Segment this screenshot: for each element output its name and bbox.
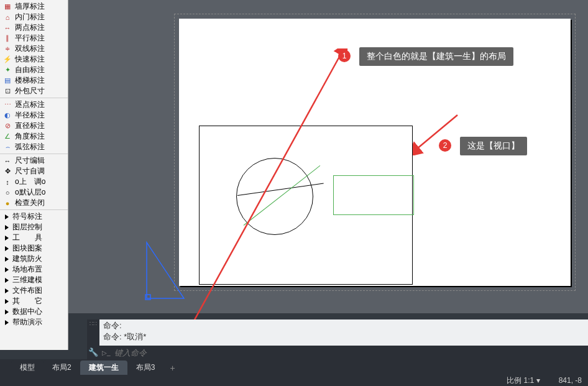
expand-icon	[5, 214, 9, 219]
sidebar-item-block-pattern[interactable]: 图块图案	[0, 243, 68, 254]
expand-icon	[5, 288, 9, 293]
sidebar-item-point-by-point[interactable]: ⋯逐点标注	[0, 99, 68, 110]
callout-2-text: 这是【视口】	[467, 140, 520, 152]
command-history-line: 命令:	[103, 320, 584, 331]
arc-icon: ⌢	[2, 142, 12, 152]
layout-tabs: 模型 布局2 建筑一生 布局3 +	[0, 359, 588, 375]
sidebar: ▦墙厚标注 ⌂内门标注 ↔两点标注 ∥平行标注 ⫩双线标注 ⚡快速标注 ✦自由标…	[0, 0, 68, 350]
sidebar-item-free[interactable]: ✦自由标注	[0, 65, 68, 75]
sidebar-item-outer[interactable]: ⊡外包尺寸	[0, 86, 68, 96]
tab-model[interactable]: 模型	[11, 361, 44, 375]
sidebar-item-double-line[interactable]: ⫩双线标注	[0, 44, 68, 54]
expand-icon	[5, 257, 9, 262]
sidebar-item-up-adjust[interactable]: ↕o上 调o	[0, 177, 68, 187]
expand-icon	[5, 310, 9, 315]
status-scale[interactable]: 比例 1:1 ▾	[507, 375, 540, 386]
sidebar-item-angle[interactable]: ∠角度标注	[0, 131, 68, 142]
check-icon: ●	[2, 198, 12, 208]
command-panel: ∷∷ 🔧 命令: 命令: *取消* ▷_	[87, 319, 588, 359]
sidebar-item-default-layer[interactable]: ○o默认层o	[0, 187, 68, 198]
sidebar-item-radius[interactable]: ◐半径标注	[0, 110, 68, 121]
sidebar-item-dim-auto[interactable]: ✥尺寸自调	[0, 166, 68, 177]
expand-icon	[5, 225, 9, 230]
sidebar-item-fire[interactable]: 建筑防火	[0, 254, 68, 264]
drawing-canvas[interactable]: 1 整个白色的就是【建筑一生】的布局 2 这是【视口】	[68, 0, 588, 313]
chevron-right-icon: ▷_	[102, 349, 111, 356]
free-icon: ✦	[2, 65, 12, 75]
sidebar-item-door[interactable]: ⌂内门标注	[0, 12, 68, 22]
expand-icon	[5, 320, 9, 325]
sidebar-item-quick[interactable]: ⚡快速标注	[0, 54, 68, 65]
points-icon: ⋯	[2, 100, 12, 110]
command-history-line: 命令: *取消*	[103, 331, 584, 342]
tab-layout2[interactable]: 布局2	[44, 361, 80, 375]
sidebar-item-wall-thickness[interactable]: ▦墙厚标注	[0, 1, 68, 12]
quick-icon: ⚡	[2, 55, 12, 65]
sidebar-group-4: 符号标注 图层控制 工 具 图块图案 建筑防火 场地布置 三维建模 文件布图 其…	[0, 209, 68, 329]
badge-1: 1	[338, 50, 351, 62]
outer-icon: ⊡	[2, 86, 12, 96]
sidebar-item-dim-edit[interactable]: ↔尺寸编辑	[0, 155, 68, 166]
badge-2: 2	[439, 139, 451, 152]
command-body: 命令: 命令: *取消* ▷_	[99, 319, 588, 359]
sidebar-item-site[interactable]: 场地布置	[0, 264, 68, 275]
sidebar-item-layer-ctrl[interactable]: 图层控制	[0, 222, 68, 232]
command-input-row[interactable]: ▷_	[99, 346, 588, 359]
annotation-callout-1: 1 整个白色的就是【建筑一生】的布局	[359, 47, 513, 66]
double-line-icon: ⫩	[2, 44, 12, 54]
callout-1-text: 整个白色的就是【建筑一生】的布局	[367, 51, 506, 62]
wrench-icon[interactable]: 🔧	[88, 347, 98, 357]
svg-rect-1	[145, 295, 150, 300]
sidebar-item-diameter[interactable]: ⊘直径标注	[0, 121, 68, 131]
ucs-icon	[140, 236, 190, 305]
drawn-rect-green	[333, 175, 414, 215]
expand-icon	[5, 299, 9, 304]
tab-layout3[interactable]: 布局3	[127, 361, 164, 375]
wall-icon: ▦	[2, 2, 12, 12]
command-input[interactable]	[114, 348, 586, 357]
sidebar-item-symbol[interactable]: 符号标注	[0, 211, 68, 222]
sidebar-item-tools[interactable]: 工 具	[0, 232, 68, 243]
sidebar-item-two-point[interactable]: ↔两点标注	[0, 22, 68, 33]
expand-icon	[5, 246, 9, 251]
sidebar-item-3d[interactable]: 三维建模	[0, 275, 68, 285]
two-point-icon: ↔	[2, 23, 12, 33]
tab-add-button[interactable]: +	[163, 361, 181, 375]
sidebar-group-1: ▦墙厚标注 ⌂内门标注 ↔两点标注 ∥平行标注 ⫩双线标注 ⚡快速标注 ✦自由标…	[0, 0, 68, 98]
sidebar-group-2: ⋯逐点标注 ◐半径标注 ⊘直径标注 ∠角度标注 ⌢弧弦标注	[0, 98, 68, 154]
command-panel-gutter[interactable]: ∷∷ 🔧	[87, 319, 99, 359]
sidebar-item-file-layout[interactable]: 文件布图	[0, 285, 68, 296]
expand-icon	[5, 278, 9, 283]
up-icon: ↕	[2, 177, 12, 187]
drawn-circle	[236, 158, 313, 235]
annotation-callout-2: 2 这是【视口】	[460, 137, 527, 155]
expand-icon	[5, 267, 9, 272]
sidebar-item-data-center[interactable]: 数据中心	[0, 306, 68, 317]
sidebar-item-other[interactable]: 其 它	[0, 296, 68, 306]
stair-icon: ▤	[2, 76, 12, 86]
status-coordinates: 841, -8	[559, 376, 582, 385]
sidebar-item-stair[interactable]: ▤楼梯标注	[0, 75, 68, 86]
parallel-icon: ∥	[2, 34, 12, 44]
status-bar: 比例 1:1 ▾ 841, -8	[0, 375, 588, 386]
angle-icon: ∠	[2, 132, 12, 142]
sidebar-item-parallel[interactable]: ∥平行标注	[0, 33, 68, 44]
sidebar-item-arc-chord[interactable]: ⌢弧弦标注	[0, 142, 68, 152]
tab-jianzhu[interactable]: 建筑一生	[80, 361, 127, 375]
sidebar-item-help[interactable]: 帮助演示	[0, 317, 68, 328]
dim-edit-icon: ↔	[2, 156, 12, 166]
sidebar-group-3: ↔尺寸编辑 ✥尺寸自调 ↕o上 调o ○o默认层o ●检查关闭	[0, 154, 68, 209]
expand-icon	[5, 236, 9, 241]
sidebar-item-check-close[interactable]: ●检查关闭	[0, 198, 68, 208]
door-icon: ⌂	[2, 12, 12, 22]
command-history: 命令: 命令: *取消*	[99, 319, 588, 346]
dim-auto-icon: ✥	[2, 167, 12, 177]
layer-icon: ○	[2, 188, 12, 198]
svg-marker-0	[147, 242, 184, 298]
radius-icon: ◐	[2, 111, 12, 121]
drag-handle-icon[interactable]: ∷∷	[90, 322, 97, 326]
diameter-icon: ⊘	[2, 121, 12, 131]
